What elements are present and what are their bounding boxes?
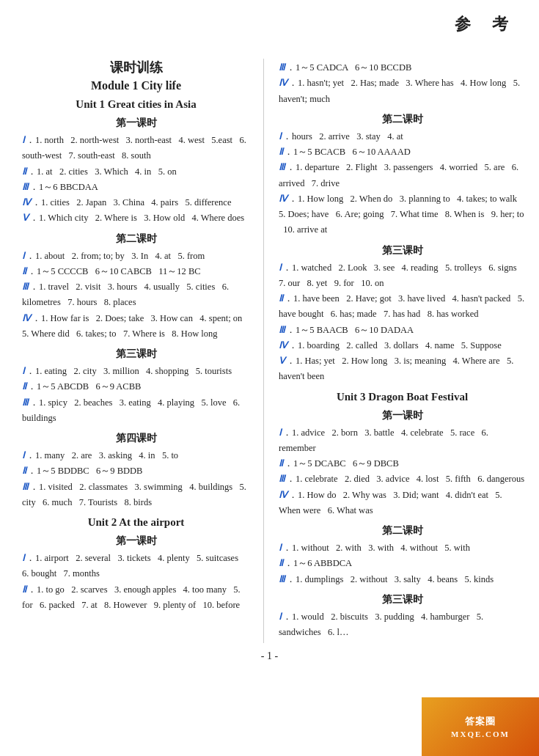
answer-line: Ⅲ．1～5 CADCA 6～10 BCCDB <box>279 60 526 76</box>
answer-line: Ⅰ．1. airport 2. several 3. tickets 4. pl… <box>22 551 250 582</box>
lesson3-content: Ⅰ．1. eating 2. city 3. million 4. shoppi… <box>22 364 250 426</box>
answer-line: Ⅰ．1. eating 2. city 3. million 4. shoppi… <box>22 364 250 379</box>
answer-line: Ⅰ．1. north 2. north-west 3. north-east 4… <box>22 133 250 164</box>
answer-line: Ⅱ．1～5 BCACB 6～10 AAAAD <box>279 144 526 160</box>
right-lesson2-title: 第二课时 <box>279 113 526 126</box>
answer-line: Ⅱ．1. to go 2. scarves 3. enough apples 4… <box>22 582 250 614</box>
answer-line: Ⅰ．1. watched 2. Look 3. see 4. reading 5… <box>279 260 526 292</box>
answer-line: Ⅱ．1～6 ABBDCA <box>279 556 526 571</box>
answer-line: Ⅴ．1. Has; yet 2. How long 3. is; meaning… <box>279 353 526 385</box>
top-right-title: 参 考 <box>455 13 518 35</box>
left-column: 课时训练 Module 1 City life Unit 1 Great cit… <box>0 59 264 643</box>
answer-line: Ⅲ．1～5 BAACB 6～10 DADAA <box>279 323 526 338</box>
answer-line: Ⅲ．1. dumplings 2. without 3. salty 4. be… <box>279 572 526 587</box>
answer-line: Ⅲ．1. spicy 2. beaches 3. eating 4. playi… <box>22 395 250 427</box>
main-title: 课时训练 <box>22 59 250 76</box>
right-lesson2-content: Ⅰ．hours 2. arrive 3. stay 4. at Ⅱ．1～5 BC… <box>279 129 526 238</box>
answer-line: Ⅱ．1～5 BDDBC 6～9 BDDB <box>22 463 250 479</box>
lesson3-title: 第三课时 <box>22 348 250 361</box>
answer-line: Ⅱ．1. at 2. cities 3. Which 4. in 5. on <box>22 164 250 180</box>
answer-line: Ⅳ．1. How long 2. When do 3. planning to … <box>279 191 526 238</box>
lesson4-title: 第四课时 <box>22 432 250 445</box>
answer-line: Ⅲ．1. visited 2. classmates 3. swimming 4… <box>22 480 250 511</box>
answer-line: Ⅱ．1～5 ABCDB 6～9 ACBB <box>22 379 250 394</box>
lesson2-content: Ⅰ．1. about 2. from; to; by 3. In 4. at 5… <box>22 249 250 342</box>
answer-line: Ⅲ．1～6 BBCDAA <box>22 180 250 195</box>
unit3-title: Unit 3 Dragon Boat Festival <box>279 391 526 403</box>
answer-line: Ⅱ．1. have been 2. Have; got 3. have live… <box>279 291 526 323</box>
answer-line: Ⅲ．1. travel 2. visit 3. hours 4. usually… <box>22 279 250 311</box>
lesson1-content: Ⅰ．1. north 2. north-west 3. north-east 4… <box>22 133 250 227</box>
answer-line: Ⅴ．1. Which city 2. Where is 3. How old 4… <box>22 210 250 226</box>
unit3-lesson2-content: Ⅰ．1. without 2. with 3. with 4. without … <box>279 540 526 587</box>
answer-line: Ⅰ．1. without 2. with 3. with 4. without … <box>279 540 526 556</box>
page: 参 考 课时训练 Module 1 City life Unit 1 Great… <box>0 0 539 756</box>
right-column: Ⅲ．1～5 CADCA 6～10 BCCDB Ⅳ．1. hasn't; yet … <box>264 59 539 643</box>
unit3-lesson1-title: 第一课时 <box>279 409 526 422</box>
answer-line: Ⅱ．1～5 DCABC 6～9 DBCB <box>279 456 526 471</box>
unit3-lesson3-title: 第三课时 <box>279 593 526 606</box>
unit2-lesson1-title: 第一课时 <box>22 535 250 548</box>
unit3-lesson2-title: 第二课时 <box>279 524 526 537</box>
unit1-right-lines: Ⅲ．1～5 CADCA 6～10 BCCDB Ⅳ．1. hasn't; yet … <box>279 60 526 107</box>
right-lesson3-content: Ⅰ．1. watched 2. Look 3. see 4. reading 5… <box>279 260 526 385</box>
answer-line: Ⅳ．1. boarding 2. called 3. dollars 4. na… <box>279 338 526 353</box>
module-title: Module 1 City life <box>22 79 250 92</box>
answer-line: Ⅳ．1. hasn't; yet 2. Has; made 3. Where h… <box>279 76 526 107</box>
answer-line: Ⅰ．1. would 2. biscuits 3. pudding 4. ham… <box>279 609 526 641</box>
answer-line: Ⅳ．1. cities 2. Japan 3. China 4. pairs 5… <box>22 195 250 210</box>
unit3-lesson1-content: Ⅰ．1. advice 2. born 3. battle 4. celebra… <box>279 425 526 519</box>
lesson2-title: 第二课时 <box>22 232 250 246</box>
unit3-lesson3-content: Ⅰ．1. would 2. biscuits 3. pudding 4. ham… <box>279 609 526 641</box>
lesson1-title: 第一课时 <box>22 117 250 130</box>
answer-line: Ⅰ．1. many 2. are 3. asking 4. in 5. to <box>22 448 250 463</box>
answer-line: Ⅲ．1. celebrate 2. died 3. advice 4. lost… <box>279 471 526 487</box>
answer-line: Ⅱ．1～5 CCCCB 6～10 CABCB 11～12 BC <box>22 264 250 279</box>
answer-line: Ⅰ．1. advice 2. born 3. battle 4. celebra… <box>279 425 526 457</box>
answer-line: Ⅳ．1. How do 2. Why was 3. Did; want 4. d… <box>279 488 526 519</box>
answer-line: Ⅰ．hours 2. arrive 3. stay 4. at <box>279 129 526 144</box>
right-lesson3-title: 第三课时 <box>279 244 526 257</box>
unit2-lesson1-content: Ⅰ．1. airport 2. several 3. tickets 4. pl… <box>22 551 250 613</box>
page-number: - 1 - <box>0 650 539 662</box>
answer-line: Ⅰ．1. about 2. from; to; by 3. In 4. at 5… <box>22 249 250 264</box>
answer-line: Ⅳ．1. How far is 2. Does; take 3. How can… <box>22 311 250 342</box>
unit1-title: Unit 1 Great cities in Asia <box>22 98 250 111</box>
watermark: 答案圈 MXQE.COM <box>422 697 539 756</box>
lesson4-content: Ⅰ．1. many 2. are 3. asking 4. in 5. to Ⅱ… <box>22 448 250 510</box>
unit2-title: Unit 2 At the airport <box>22 516 250 529</box>
answer-line: Ⅲ．1. departure 2. Flight 3. passengers 4… <box>279 160 526 191</box>
